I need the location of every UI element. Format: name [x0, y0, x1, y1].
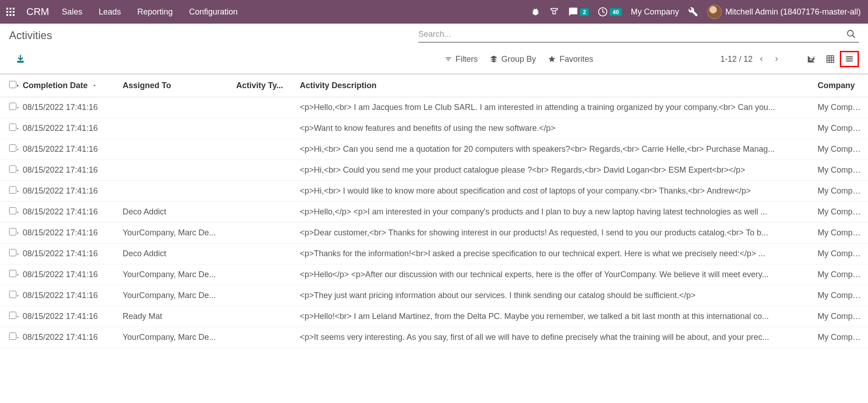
cell-type: [232, 306, 295, 327]
cell-assigned: Deco Addict: [118, 244, 232, 264]
export-button[interactable]: [9, 53, 32, 65]
groupby-button[interactable]: Group By: [490, 55, 536, 64]
row-checkbox[interactable]: [9, 165, 16, 173]
cell-type: [232, 285, 295, 306]
svg-rect-13: [827, 56, 834, 63]
filters-button[interactable]: Filters: [445, 55, 478, 64]
row-checkbox[interactable]: [9, 291, 16, 298]
activities-icon[interactable]: 40: [593, 0, 626, 24]
cell-desc: <p>Hi,<br> Could you send me your produc…: [295, 160, 813, 181]
view-graph[interactable]: [802, 51, 821, 67]
debug-icon[interactable]: [526, 0, 545, 24]
svg-rect-2: [13, 8, 15, 10]
cell-type: [232, 139, 295, 160]
cell-company: My Compa...: [813, 327, 868, 348]
svg-rect-8: [13, 14, 15, 16]
row-checkbox[interactable]: [9, 333, 16, 340]
table-row[interactable]: 08/15/2022 17:41:16Deco Addict<p>Hello,<…: [0, 202, 868, 223]
cell-date: 08/15/2022 17:41:16: [18, 306, 118, 327]
data-table: Completion Date Assigned To Activity Ty.…: [0, 74, 868, 348]
menu-sales[interactable]: Sales: [54, 7, 90, 17]
row-checkbox[interactable]: [9, 270, 16, 277]
table-row[interactable]: 08/15/2022 17:41:16YourCompany, Marc De.…: [0, 223, 868, 244]
table-row[interactable]: 08/15/2022 17:41:16Ready Mat<p>Hello!<br…: [0, 306, 868, 327]
cell-company: My Compa...: [813, 160, 868, 181]
select-all-checkbox[interactable]: [9, 81, 16, 88]
table-row[interactable]: 08/15/2022 17:41:16Deco Addict<p>Thanks …: [0, 244, 868, 264]
cell-company: My Compa...: [813, 202, 868, 223]
row-checkbox[interactable]: [9, 249, 16, 256]
row-checkbox[interactable]: [9, 103, 16, 110]
cell-date: 08/15/2022 17:41:16: [18, 139, 118, 160]
pager-text[interactable]: 1-12 / 12: [720, 55, 753, 64]
row-checkbox[interactable]: [9, 144, 16, 152]
cell-company: My Compa...: [813, 223, 868, 244]
table-row[interactable]: 08/15/2022 17:41:16YourCompany, Marc De.…: [0, 285, 868, 306]
cell-desc: <p>Hello!<br> I am Leland Martinez, from…: [295, 306, 813, 327]
table-row[interactable]: 08/15/2022 17:41:16<p>Hi,<br> Can you se…: [0, 139, 868, 160]
cell-desc: <p>It seems very interesting. As you say…: [295, 327, 813, 348]
col-activity-description[interactable]: Activity Description: [295, 74, 813, 97]
search-bar[interactable]: [418, 26, 859, 43]
table-row[interactable]: 08/15/2022 17:41:16<p>Want to know featu…: [0, 118, 868, 139]
menu-leads[interactable]: Leads: [90, 7, 129, 17]
cell-date: 08/15/2022 17:41:16: [18, 327, 118, 348]
user-menu[interactable]: Mitchell Admin (18407176-master-all): [703, 0, 865, 24]
pager-next[interactable]: [770, 53, 784, 65]
messages-badge: 2: [580, 8, 589, 16]
cell-assigned: [118, 160, 232, 181]
cell-type: [232, 202, 295, 223]
table-row[interactable]: 08/15/2022 17:41:16<p>Hi,<br> I would li…: [0, 181, 868, 202]
col-completion-date[interactable]: Completion Date: [18, 74, 118, 97]
cell-company: My Compa...: [813, 97, 868, 118]
favorites-button[interactable]: Favorites: [548, 55, 593, 64]
apps-icon[interactable]: [3, 4, 18, 20]
cell-company: My Compa...: [813, 244, 868, 264]
col-activity-type[interactable]: Activity Ty...: [232, 74, 295, 97]
row-checkbox[interactable]: [9, 207, 16, 214]
col-assigned-to[interactable]: Assigned To: [118, 74, 232, 97]
menu-configuration[interactable]: Configuration: [181, 7, 246, 17]
svg-rect-18: [846, 56, 853, 57]
messages-icon[interactable]: 2: [564, 0, 593, 24]
menu-reporting[interactable]: Reporting: [129, 7, 181, 17]
row-checkbox[interactable]: [9, 312, 16, 319]
user-name: Mitchell Admin (18407176-master-all): [725, 7, 861, 17]
cell-assigned: YourCompany, Marc De...: [118, 264, 232, 285]
row-checkbox[interactable]: [9, 228, 16, 235]
col-company[interactable]: Company: [813, 74, 868, 97]
cell-desc: <p>Hello,<br> I am Jacques from Le Club …: [295, 97, 813, 118]
cell-assigned: YourCompany, Marc De...: [118, 327, 232, 348]
cell-assigned: YourCompany, Marc De...: [118, 285, 232, 306]
svg-rect-5: [13, 11, 15, 13]
view-pivot[interactable]: [821, 51, 840, 67]
brand[interactable]: CRM: [22, 6, 54, 18]
svg-rect-4: [10, 11, 11, 13]
cell-assigned: [118, 118, 232, 139]
tools-icon[interactable]: [684, 0, 703, 24]
company-switcher[interactable]: My Company: [626, 0, 684, 24]
view-list[interactable]: [840, 51, 859, 67]
activities-badge: 40: [610, 8, 621, 16]
table-row[interactable]: 08/15/2022 17:41:16YourCompany, Marc De.…: [0, 327, 868, 348]
cell-date: 08/15/2022 17:41:16: [18, 264, 118, 285]
row-checkbox[interactable]: [9, 124, 16, 131]
svg-rect-7: [10, 14, 11, 16]
svg-line-11: [853, 35, 855, 38]
search-icon[interactable]: [843, 29, 859, 39]
table-row[interactable]: 08/15/2022 17:41:16YourCompany, Marc De.…: [0, 264, 868, 285]
pager-prev[interactable]: [754, 53, 768, 65]
row-checkbox[interactable]: [9, 186, 16, 194]
table-row[interactable]: 08/15/2022 17:41:16<p>Hello,<br> I am Ja…: [0, 97, 868, 118]
cell-assigned: YourCompany, Marc De...: [118, 223, 232, 244]
phone-icon[interactable]: [545, 0, 564, 24]
cell-desc: <p>Dear customer,<br> Thanks for showing…: [295, 223, 813, 244]
cell-company: My Compa...: [813, 264, 868, 285]
cell-date: 08/15/2022 17:41:16: [18, 285, 118, 306]
svg-rect-0: [6, 8, 8, 10]
table-row[interactable]: 08/15/2022 17:41:16<p>Hi,<br> Could you …: [0, 160, 868, 181]
filters-label: Filters: [456, 55, 478, 64]
cell-company: My Compa...: [813, 306, 868, 327]
search-input[interactable]: [418, 28, 843, 41]
cell-date: 08/15/2022 17:41:16: [18, 223, 118, 244]
